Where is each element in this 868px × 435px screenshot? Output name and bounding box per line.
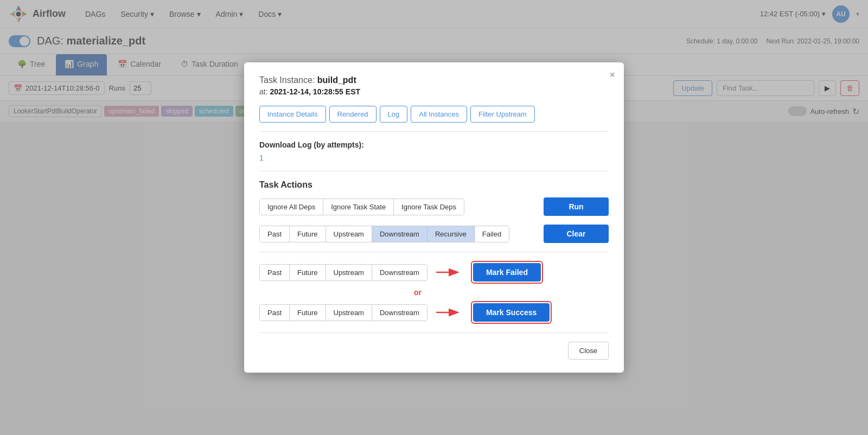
clear-upstream-btn[interactable]: Upstream bbox=[326, 226, 372, 231]
run-deps-toggle-group: Ignore All Deps Ignore Task State Ignore… bbox=[259, 199, 464, 215]
ignore-task-deps-btn[interactable]: Ignore Task Deps bbox=[394, 199, 464, 215]
modal-divider-2 bbox=[259, 171, 609, 171]
all-instances-button[interactable]: All Instances bbox=[411, 106, 467, 123]
modal-divider-1 bbox=[259, 131, 609, 132]
modal-action-tabs: Instance Details Rendered Log All Instan… bbox=[259, 106, 609, 123]
clear-recursive-btn[interactable]: Recursive bbox=[427, 226, 475, 231]
clear-past-btn[interactable]: Past bbox=[260, 226, 290, 231]
modal-subtitle: at: 2021-12-14, 10:28:55 EST bbox=[259, 87, 609, 96]
clear-action-row: Past Future Upstream Downstream Recursiv… bbox=[259, 225, 609, 230]
clear-failed-btn[interactable]: Failed bbox=[475, 226, 509, 231]
log-button[interactable]: Log bbox=[380, 106, 408, 123]
task-instance-modal: Task Instance: build_pdt at: 2021-12-14,… bbox=[244, 62, 624, 230]
download-log-label: Download Log (by attempts): bbox=[259, 140, 609, 149]
run-button[interactable]: Run bbox=[544, 197, 609, 216]
ignore-all-deps-btn[interactable]: Ignore All Deps bbox=[260, 199, 323, 215]
clear-button[interactable]: Clear bbox=[544, 225, 609, 230]
modal-close-button[interactable]: × bbox=[609, 70, 615, 80]
modal-overlay[interactable]: Task Instance: build_pdt at: 2021-12-14,… bbox=[0, 0, 868, 230]
log-attempt-1[interactable]: 1 bbox=[259, 153, 609, 162]
clear-toggle-group: Past Future Upstream Downstream Recursiv… bbox=[259, 226, 509, 231]
modal-title: Task Instance: build_pdt bbox=[259, 75, 609, 85]
instance-details-button[interactable]: Instance Details bbox=[259, 106, 326, 123]
clear-downstream-btn[interactable]: Downstream bbox=[372, 226, 427, 231]
rendered-button[interactable]: Rendered bbox=[329, 106, 376, 123]
ignore-task-state-btn[interactable]: Ignore Task State bbox=[323, 199, 394, 215]
run-action-row: Ignore All Deps Ignore Task State Ignore… bbox=[259, 197, 609, 216]
filter-upstream-button[interactable]: Filter Upstream bbox=[470, 106, 535, 123]
clear-future-btn[interactable]: Future bbox=[290, 226, 326, 231]
task-actions-title: Task Actions bbox=[259, 180, 609, 190]
